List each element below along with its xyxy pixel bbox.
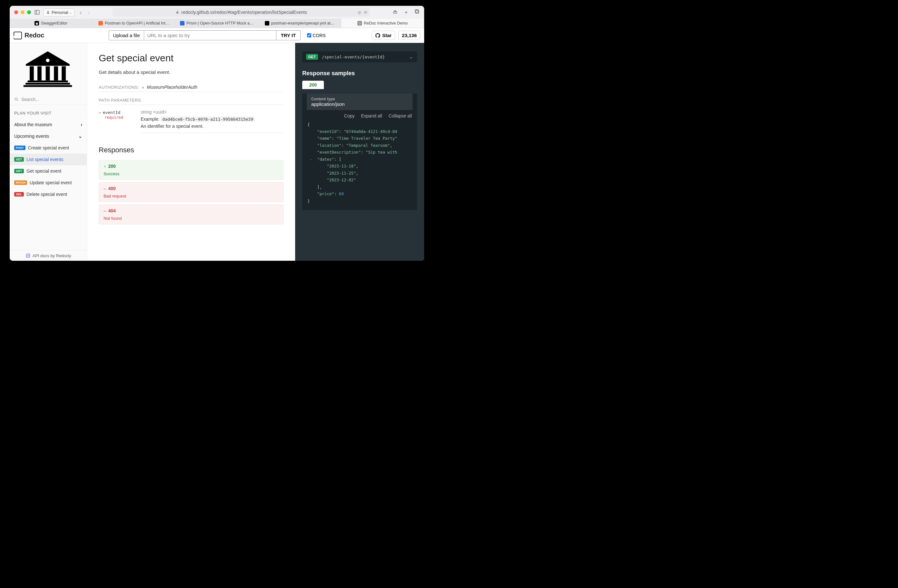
- json-actions: CopyExpand allCollapse all: [302, 113, 417, 120]
- method-badge: PATCH: [14, 180, 27, 185]
- json-action-copy[interactable]: Copy: [344, 113, 355, 119]
- minimize-icon[interactable]: [21, 10, 25, 14]
- operation-title: Get special event: [99, 52, 283, 63]
- svg-rect-3: [177, 12, 178, 14]
- content-type-value: application/json: [311, 102, 408, 107]
- operation-label: Get special event: [26, 168, 61, 174]
- zoom-icon[interactable]: [27, 10, 31, 14]
- json-action-collapse-all[interactable]: Collapse all: [389, 113, 412, 119]
- operation-label: Delete special event: [26, 192, 67, 197]
- share-icon[interactable]: [392, 9, 398, 16]
- sidebar-nav-item[interactable]: Upcoming events⌄: [10, 130, 87, 142]
- footer-attribution[interactable]: API docs by Redocly: [10, 250, 87, 261]
- browser-tab[interactable]: GReDoc Interactive Demo: [341, 19, 424, 28]
- response-sample-box: Content type application/json CopyExpand…: [302, 94, 417, 210]
- svg-rect-20: [26, 254, 30, 257]
- endpoint-path: /special-events/{eventId}: [322, 55, 406, 59]
- content-type-selector[interactable]: Content type application/json: [307, 94, 412, 110]
- reload-icon[interactable]: ⟳: [364, 10, 368, 15]
- try-it-button[interactable]: TRY IT: [277, 30, 301, 40]
- star-label: Star: [382, 32, 392, 38]
- sidebar-operation-item[interactable]: GETGet special event: [10, 165, 87, 177]
- api-logo: [10, 43, 87, 92]
- response-row[interactable]: ›200Success: [99, 160, 283, 180]
- browser-tab[interactable]: ◉SwaggerEditor: [10, 19, 92, 28]
- cors-toggle[interactable]: CORS: [307, 33, 326, 38]
- chevron-down-icon: ⌄: [409, 54, 413, 59]
- json-action-expand-all[interactable]: Expand all: [361, 113, 382, 119]
- sidebar-operation-item[interactable]: PATCHUpdate special event: [10, 177, 87, 188]
- response-row[interactable]: —404Not found: [99, 205, 283, 224]
- url-text: redocly.github.io/redoc/#tag/Events/oper…: [181, 10, 307, 15]
- favicon-icon: [180, 21, 185, 26]
- nav-arrows: ‹ ›: [80, 9, 90, 16]
- svg-point-2: [48, 11, 49, 12]
- response-tab-200[interactable]: 200: [302, 81, 324, 89]
- spec-url-input[interactable]: [144, 30, 277, 40]
- svg-marker-7: [26, 51, 70, 64]
- svg-rect-16: [26, 83, 70, 85]
- browser-tab[interactable]: Postman to OpenAPI | Artificial Int…: [92, 19, 175, 28]
- tabs-icon[interactable]: [415, 9, 420, 16]
- favicon-icon: G: [357, 21, 362, 26]
- sidebar-toggle-icon[interactable]: [34, 9, 40, 15]
- operation-label: Create special event: [28, 145, 69, 150]
- param-name: eventId: [103, 110, 121, 115]
- url-bar[interactable]: redocly.github.io/redoc/#tag/Events/oper…: [112, 8, 370, 17]
- tab-title: ReDoc Interactive Demo: [364, 21, 408, 26]
- authorizations-row[interactable]: AUTHORIZATIONS: › MuseumPlaceholderAuth: [99, 85, 283, 92]
- svg-point-18: [15, 98, 17, 100]
- svg-rect-9: [26, 64, 70, 66]
- svg-rect-0: [35, 10, 39, 14]
- cors-label: CORS: [312, 33, 326, 38]
- sidebar-operation-item[interactable]: DELDelete special event: [10, 188, 87, 200]
- param-row-eventid: ⟶eventId required string <uuid> Example:…: [99, 109, 283, 133]
- github-star-button[interactable]: Star: [372, 31, 395, 40]
- new-tab-icon[interactable]: ＋: [403, 9, 409, 16]
- param-format: <uuid>: [153, 109, 167, 115]
- nav-label: Upcoming events: [14, 134, 49, 139]
- response-code: 404: [108, 208, 115, 213]
- search-input[interactable]: Search...: [10, 94, 87, 105]
- response-message: Not found: [103, 216, 279, 221]
- chevron-icon: ⌄: [78, 134, 82, 139]
- browser-chrome: Personal ⌵ ‹ › redocly.github.io/redoc/#…: [10, 6, 424, 28]
- method-badge: GET: [14, 157, 24, 162]
- redocly-icon: [26, 253, 31, 258]
- browser-tab[interactable]: postman-example/openapi.yml at…: [258, 19, 341, 28]
- tab-title: postman-example/openapi.yml at…: [271, 21, 335, 26]
- param-type: string: [141, 109, 153, 115]
- redoc-logo-icon: [14, 32, 22, 39]
- redoc-logo: Redoc: [14, 32, 44, 39]
- favicon-icon: [98, 21, 103, 26]
- reader-icon[interactable]: ⊘: [358, 10, 361, 15]
- svg-line-19: [17, 100, 18, 101]
- sidebar-operation-item[interactable]: POSTCreate special event: [10, 142, 87, 154]
- method-badge: DEL: [14, 192, 24, 197]
- spec-input-group: Upload a file TRY IT: [109, 30, 301, 40]
- method-badge: POST: [14, 146, 26, 150]
- upload-file-button[interactable]: Upload a file: [109, 30, 144, 40]
- museum-icon: [22, 49, 74, 88]
- operation-description: Get details about a special event.: [99, 69, 283, 75]
- toggle-icon: ›: [103, 164, 106, 169]
- svg-rect-17: [23, 85, 72, 87]
- response-row[interactable]: —400Bad request: [99, 182, 283, 202]
- profile-button[interactable]: Personal ⌵: [43, 8, 74, 17]
- tab-title: Prism | Open-Source HTTP Mock a…: [186, 21, 254, 26]
- browser-tab[interactable]: Prism | Open-Source HTTP Mock a…: [175, 19, 258, 28]
- sidebar-operation-item[interactable]: GETList special events: [10, 154, 87, 165]
- svg-rect-14: [62, 66, 66, 80]
- favicon-icon: [265, 21, 269, 26]
- forward-button[interactable]: ›: [88, 9, 90, 16]
- operation-label: Update special event: [30, 180, 72, 185]
- back-button[interactable]: ‹: [80, 9, 82, 16]
- sidebar-nav-item[interactable]: About the museum›: [10, 119, 87, 130]
- param-description: An identifier for a special event.: [141, 124, 283, 129]
- close-icon[interactable]: [14, 10, 18, 14]
- cors-checkbox[interactable]: [307, 33, 311, 37]
- endpoint-summary[interactable]: GET /special-events/{eventId} ⌄: [302, 51, 417, 62]
- profile-label: Personal: [52, 10, 68, 15]
- svg-point-8: [46, 58, 49, 62]
- param-arrow-icon: ⟶: [99, 111, 101, 115]
